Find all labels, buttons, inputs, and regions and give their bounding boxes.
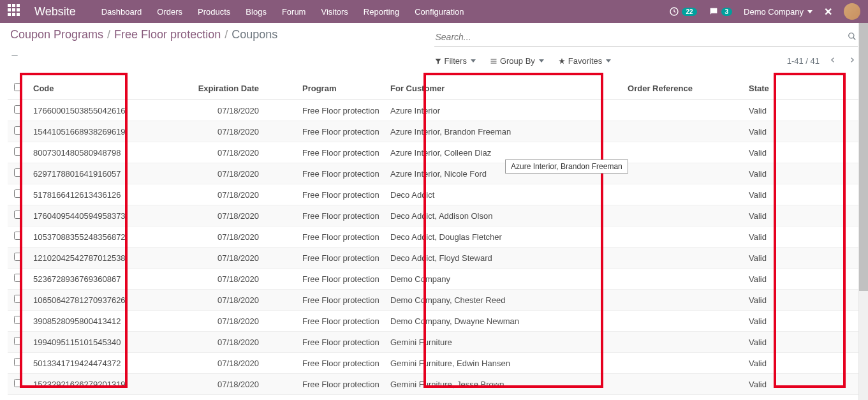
- funnel-icon: [434, 57, 442, 65]
- user-avatar[interactable]: [844, 3, 860, 20]
- table-row[interactable]: 1766000150385504261607/18/2020Free Floor…: [8, 100, 860, 121]
- row-checkbox[interactable]: [14, 105, 22, 114]
- brand-title[interactable]: Website: [34, 5, 76, 19]
- menu-configuration[interactable]: Configuration: [415, 7, 464, 17]
- cell-code: 5178166412613436126: [28, 184, 181, 205]
- table-row[interactable]: 199409511510154534007/18/2020Free Floor …: [8, 332, 860, 353]
- breadcrumb-coupon-programs[interactable]: Coupon Programs: [10, 28, 103, 41]
- pager-prev[interactable]: [827, 53, 839, 69]
- menu-blogs[interactable]: Blogs: [246, 7, 267, 17]
- cell-expiration: 07/18/2020: [181, 121, 264, 142]
- header-state[interactable]: State: [698, 77, 860, 100]
- menu-dashboard[interactable]: Dashboard: [101, 7, 142, 17]
- cell-program: Free Floor protection: [264, 226, 385, 248]
- pager-range: 1-41 / 41: [787, 56, 820, 66]
- scrollbar[interactable]: [858, 23, 868, 400]
- menu-products[interactable]: Products: [198, 7, 230, 17]
- table-row[interactable]: 1053708835524835687207/18/2020Free Floor…: [8, 226, 860, 248]
- cell-program: Free Floor protection: [264, 332, 385, 353]
- chat-badge[interactable]: 3: [709, 6, 733, 17]
- cell-order-ref: [583, 311, 698, 332]
- close-icon[interactable]: ✕: [824, 6, 832, 18]
- row-checkbox[interactable]: [14, 232, 22, 240]
- row-checkbox[interactable]: [14, 337, 22, 345]
- search-icon[interactable]: [848, 32, 857, 43]
- cell-order-ref: [583, 332, 698, 353]
- menu-reporting[interactable]: Reporting: [364, 7, 399, 17]
- row-checkbox[interactable]: [14, 295, 22, 303]
- table-row[interactable]: 1065064278127093762607/18/2020Free Floor…: [8, 290, 860, 311]
- cell-customer: Demo Company, Dwayne Newman: [385, 311, 583, 332]
- breadcrumb-current: Coupons: [232, 28, 277, 41]
- cell-customer: Azure Interior: [385, 100, 583, 121]
- header-customer[interactable]: For Customer: [385, 77, 583, 100]
- row-checkbox[interactable]: [14, 316, 22, 324]
- menu-forum[interactable]: Forum: [282, 7, 306, 17]
- groupby-label: Group By: [500, 56, 535, 66]
- groupby-button[interactable]: Group By: [490, 56, 544, 66]
- top-navbar: Website Dashboard Orders Products Blogs …: [0, 0, 868, 23]
- filters-button[interactable]: Filters: [434, 56, 476, 66]
- breadcrumb-free-floor[interactable]: Free Floor protection: [114, 28, 221, 41]
- cell-state: Valid: [698, 248, 860, 269]
- row-checkbox[interactable]: [14, 358, 22, 366]
- row-checkbox[interactable]: [14, 253, 22, 261]
- cell-expiration: 07/18/2020: [181, 269, 264, 290]
- row-checkbox[interactable]: [14, 379, 22, 387]
- row-checkbox[interactable]: [14, 168, 22, 177]
- row-checkbox[interactable]: [14, 126, 22, 135]
- cell-code: 15232921626279201319: [28, 374, 181, 395]
- row-checkbox[interactable]: [14, 147, 22, 156]
- cell-program: Free Floor protection: [264, 142, 385, 163]
- header-code[interactable]: Code: [28, 77, 181, 100]
- row-checkbox[interactable]: [14, 211, 22, 219]
- cell-state: Valid: [698, 374, 860, 395]
- control-panel: Coupon Programs / Free Floor protection …: [0, 23, 868, 69]
- cell-state: Valid: [698, 226, 860, 248]
- cell-program: Free Floor protection: [264, 290, 385, 311]
- table-row[interactable]: 523672893676936086707/18/2020Free Floor …: [8, 269, 860, 290]
- chevron-down-icon: [539, 59, 544, 63]
- table-row[interactable]: 390852809580041341207/18/2020Free Floor …: [8, 311, 860, 332]
- download-icon[interactable]: [10, 49, 19, 60]
- cell-customer: Deco Addict, Addison Olson: [385, 205, 583, 226]
- table-row[interactable]: 517816641261343612607/18/2020Free Floor …: [8, 184, 860, 205]
- cell-program: Free Floor protection: [264, 374, 385, 395]
- header-order-ref[interactable]: Order Reference: [583, 77, 698, 100]
- cell-expiration: 07/18/2020: [181, 226, 264, 248]
- clock-count: 22: [682, 8, 696, 16]
- favorites-button[interactable]: Favorites: [558, 56, 611, 66]
- menu-visitors[interactable]: Visitors: [321, 7, 348, 17]
- apps-icon[interactable]: [8, 4, 23, 19]
- pager-next[interactable]: [846, 53, 858, 69]
- clock-badge[interactable]: 22: [669, 6, 696, 17]
- cell-order-ref: [583, 205, 698, 226]
- scrollbar-thumb[interactable]: [859, 23, 868, 291]
- cell-order-ref: [583, 248, 698, 269]
- table-row[interactable]: 1210204254278701253807/18/2020Free Floor…: [8, 248, 860, 269]
- cell-expiration: 07/18/2020: [181, 332, 264, 353]
- header-expiration[interactable]: Expiration Date: [181, 77, 264, 100]
- select-all-checkbox[interactable]: [14, 83, 22, 91]
- menu-orders[interactable]: Orders: [157, 7, 182, 17]
- cell-state: Valid: [698, 311, 860, 332]
- table-row[interactable]: 501334171942447437207/18/2020Free Floor …: [8, 353, 860, 374]
- company-selector[interactable]: Demo Company: [744, 7, 813, 17]
- cell-program: Free Floor protection: [264, 100, 385, 121]
- table-row[interactable]: 629717880164191605707/18/2020Free Floor …: [8, 163, 860, 184]
- filters-label: Filters: [445, 56, 467, 66]
- cell-order-ref: [583, 290, 698, 311]
- row-checkbox[interactable]: [14, 189, 22, 198]
- cell-program: Free Floor protection: [264, 269, 385, 290]
- table-row[interactable]: 1760409544059495837307/18/2020Free Floor…: [8, 205, 860, 226]
- cell-state: Valid: [698, 121, 860, 142]
- cell-state: Valid: [698, 142, 860, 163]
- table-row[interactable]: 1544105166893826961907/18/2020Free Floor…: [8, 121, 860, 142]
- header-program[interactable]: Program: [264, 77, 385, 100]
- table-row[interactable]: 1523292162627920131907/18/2020Free Floor…: [8, 374, 860, 395]
- table-row[interactable]: 800730148058094879807/18/2020Free Floor …: [8, 142, 860, 163]
- header-checkbox: [8, 77, 28, 100]
- row-checkbox[interactable]: [14, 274, 22, 282]
- search-input[interactable]: [434, 28, 858, 47]
- pager: 1-41 / 41: [787, 53, 858, 69]
